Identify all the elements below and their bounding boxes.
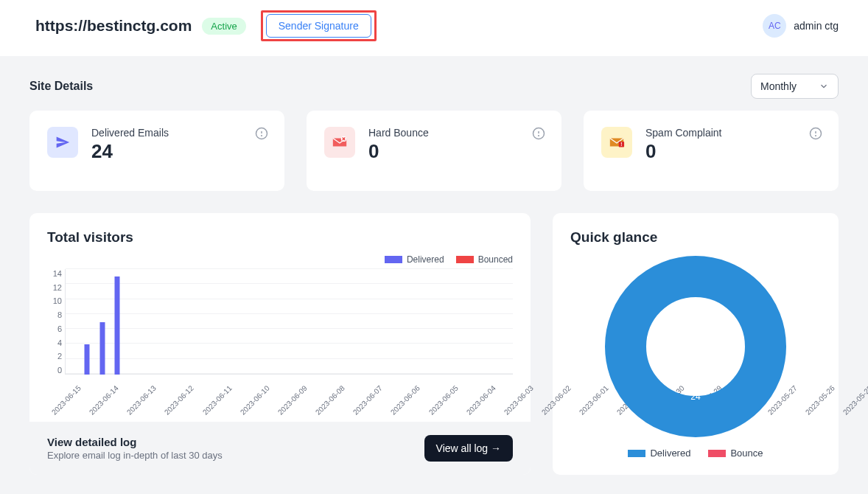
bar-delivered <box>99 322 105 375</box>
bar-delivered <box>114 276 119 375</box>
footer-subtitle: Explore email log in-depth of last 30 da… <box>47 450 223 461</box>
period-select-value: Monthly <box>760 80 797 92</box>
chevron-down-icon <box>819 81 829 91</box>
panel-title: Quick glance <box>570 229 821 246</box>
panel-title: Total visitors <box>47 229 513 246</box>
legend-swatch-bounced <box>456 256 474 263</box>
bar-slot <box>379 269 393 375</box>
view-all-log-button[interactable]: View all log → <box>424 435 513 462</box>
panel-total-visitors: Total visitors Delivered Bounced 1412108… <box>29 213 531 475</box>
bar-slot <box>304 269 318 375</box>
highlight-box: Sender Signature <box>261 10 377 41</box>
card-spam: ! Spam Complaint 0 <box>584 111 839 191</box>
card-value: 0 <box>368 140 429 163</box>
sender-signature-button[interactable]: Sender Signature <box>266 14 371 38</box>
bar-slot <box>199 269 214 375</box>
svg-text:!: ! <box>620 142 622 147</box>
section-title: Site Details <box>29 80 93 93</box>
section-header: Site Details Monthly <box>29 74 839 99</box>
period-select[interactable]: Monthly <box>751 74 839 99</box>
svg-point-6 <box>539 136 539 136</box>
panels-row: Total visitors Delivered Bounced 1412108… <box>29 213 839 475</box>
bar-slot <box>274 269 289 375</box>
bar-slot <box>289 269 304 375</box>
bar-slot <box>498 269 513 375</box>
stat-cards-row: Delivered Emails 24 Hard Bounce 0 ! Spam… <box>29 111 839 191</box>
card-label: Spam Complaint <box>645 127 722 139</box>
legend-label: Delivered <box>650 448 690 459</box>
status-badge: Active <box>202 18 245 35</box>
donut-legend: Delivered Bounce <box>628 448 763 459</box>
bounce-envelope-icon <box>324 127 355 158</box>
legend-swatch-delivered <box>385 256 402 263</box>
bar-slot <box>244 269 259 375</box>
page-body: Site Details Monthly Delivered Emails 24… <box>0 56 868 494</box>
bar-slot <box>259 269 273 375</box>
header-user[interactable]: AC admin ctg <box>763 14 839 38</box>
bar-slot <box>110 269 125 375</box>
avatar: AC <box>763 14 786 38</box>
bar-slot <box>334 269 349 375</box>
card-value: 0 <box>645 140 722 163</box>
donut-center-label: 24 <box>690 392 700 402</box>
bar-slot <box>483 269 497 375</box>
legend-swatch-bounce <box>708 450 726 457</box>
card-delivered: Delivered Emails 24 <box>29 111 284 191</box>
bar-slot <box>468 269 483 375</box>
info-icon[interactable] <box>255 127 268 140</box>
legend-label: Bounced <box>478 254 513 265</box>
bar-slot <box>408 269 423 375</box>
spam-envelope-icon: ! <box>601 127 632 158</box>
x-axis-label: 2023-05-25 <box>841 384 868 441</box>
svg-point-2 <box>262 136 262 136</box>
bar-slot <box>80 269 94 375</box>
bar-slot <box>139 269 154 375</box>
bar-slot <box>393 269 408 375</box>
card-hard-bounce: Hard Bounce 0 <box>307 111 561 191</box>
info-icon[interactable] <box>809 127 822 140</box>
header-bar: https://bestinctg.com Active Sender Sign… <box>0 0 868 56</box>
bar-slot <box>184 269 199 375</box>
svg-point-11 <box>816 136 816 136</box>
bar-delivered <box>85 344 90 375</box>
button-label: View all log → <box>436 442 501 454</box>
bar-chart-legend: Delivered Bounced <box>47 254 513 265</box>
bar-slot <box>349 269 363 375</box>
legend-swatch-delivered <box>628 450 645 457</box>
card-label: Hard Bounce <box>368 127 429 139</box>
legend-label: Bounce <box>730 448 763 459</box>
bar-slot <box>319 269 334 375</box>
bar-slot <box>453 269 468 375</box>
bar-slot <box>95 269 110 375</box>
bar-slot <box>423 269 438 375</box>
bar-slot <box>169 269 184 375</box>
bar-slot <box>125 269 139 375</box>
bar-slot <box>229 269 244 375</box>
bar-slot <box>438 269 453 375</box>
info-icon[interactable] <box>532 127 545 140</box>
bar-chart: 14121086420 2023-06-152023-06-142023-06-… <box>47 269 513 420</box>
donut-chart: 24 <box>603 254 788 439</box>
card-label: Delivered Emails <box>91 127 169 139</box>
user-name-label: admin ctg <box>794 20 839 32</box>
bar-slot <box>363 269 378 375</box>
bar-slot <box>155 269 169 375</box>
bar-slot <box>65 269 80 375</box>
legend-label: Delivered <box>407 254 444 265</box>
paper-plane-icon <box>47 127 78 158</box>
site-url: https://bestinctg.com <box>35 17 192 35</box>
bar-slot <box>214 269 229 375</box>
card-value: 24 <box>91 140 169 163</box>
